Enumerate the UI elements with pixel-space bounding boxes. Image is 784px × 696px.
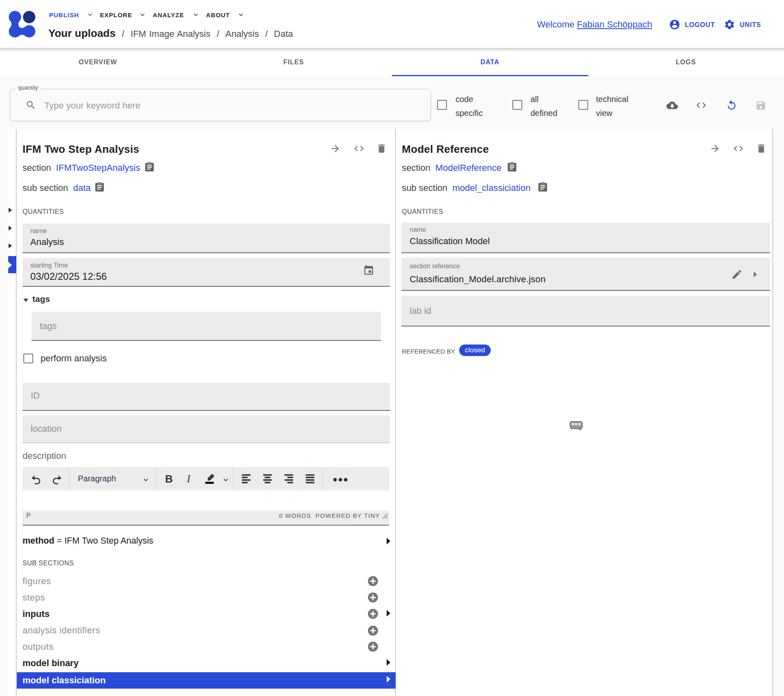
svg-text:***: ***: [571, 422, 581, 429]
